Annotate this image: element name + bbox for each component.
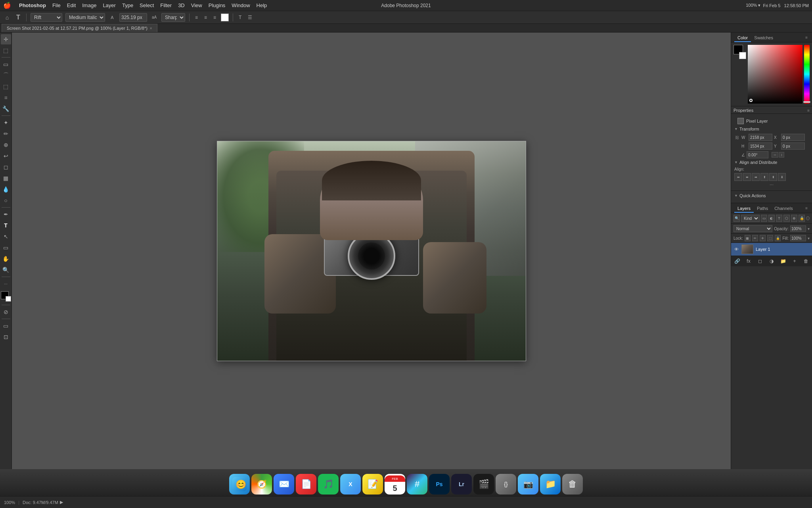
history-brush-tool[interactable]: ↩	[1, 151, 11, 161]
new-group-btn[interactable]: 📁	[779, 258, 787, 265]
dock-slack[interactable]: #	[407, 474, 427, 495]
dock-finder[interactable]: 😊	[229, 474, 250, 495]
tab-close-btn[interactable]: ×	[150, 26, 152, 31]
color-panel-collapse[interactable]: ≡	[804, 34, 809, 42]
align-left-btn[interactable]: ≡	[193, 14, 199, 21]
menu-select[interactable]: Select	[136, 2, 157, 9]
canvas-image[interactable]: FUJIFILM	[217, 141, 526, 361]
menu-help[interactable]: Help	[253, 2, 270, 9]
zoom-tool[interactable]: 🔍	[1, 265, 11, 275]
opacity-dropdown[interactable]: ▾	[808, 227, 810, 231]
properties-expand[interactable]: ≡	[807, 108, 810, 113]
fill-input[interactable]	[790, 235, 806, 241]
lock-brush-btn[interactable]: ✏	[752, 235, 758, 241]
align-bottom-btn[interactable]: ⬇	[778, 173, 786, 181]
align-top-btn[interactable]: ⬆	[760, 173, 768, 181]
artboard-tool[interactable]: ⬚	[1, 45, 11, 56]
align-vcenter-btn[interactable]: ⬍	[769, 173, 777, 181]
chain-icon[interactable]: ⛓	[734, 135, 740, 140]
dodge-tool[interactable]: ○	[1, 195, 11, 206]
transform-section-header[interactable]: ▼ Transform	[734, 127, 809, 131]
fill-dropdown[interactable]: ▾	[808, 236, 810, 241]
angle-input[interactable]	[747, 151, 768, 158]
width-input[interactable]	[749, 134, 772, 141]
text-tool[interactable]: T	[1, 220, 11, 231]
quick-actions-header[interactable]: ▼ Quick Actions	[734, 193, 809, 198]
anti-alias-select[interactable]: Sharp	[161, 13, 185, 22]
add-mask-btn[interactable]: ◻	[756, 258, 764, 265]
object-select-tool[interactable]: ⬚	[1, 81, 11, 92]
dock-mail[interactable]: ✉️	[274, 474, 294, 495]
dock-pdf-expert[interactable]: 📄	[296, 474, 316, 495]
align-right-btn[interactable]: ➡	[752, 173, 760, 181]
screen-mode-btn[interactable]: ▭	[1, 321, 11, 331]
tab-channels[interactable]: Channels	[771, 205, 796, 213]
lock-pixels-btn[interactable]: ▦	[745, 235, 751, 241]
menu-view[interactable]: View	[188, 2, 205, 9]
filter-select[interactable]: Kind	[741, 215, 760, 222]
gradient-tool[interactable]: ▦	[1, 173, 11, 183]
dock-calendar[interactable]: FEB 5	[385, 474, 405, 495]
opacity-input[interactable]	[790, 225, 806, 232]
eraser-tool[interactable]: ◻	[1, 162, 11, 172]
dock-screenium[interactable]: 📷	[518, 474, 538, 495]
color-swatches[interactable]	[1, 291, 11, 302]
lock-pos-btn[interactable]: ✛	[760, 235, 766, 241]
align-left-btn[interactable]: ⬅	[734, 173, 742, 181]
dock-photoshop[interactable]: Ps	[429, 474, 450, 495]
home-icon[interactable]: ⌂	[3, 13, 11, 21]
menu-plugins[interactable]: Plugins	[205, 2, 229, 9]
background-color[interactable]	[6, 296, 11, 302]
x-input[interactable]	[781, 134, 805, 141]
brush-tool[interactable]: ✏	[1, 129, 11, 139]
background-swatch[interactable]	[739, 52, 746, 59]
pen-tool[interactable]: ✒	[1, 209, 11, 219]
crop-tool[interactable]: ⌗	[1, 92, 11, 103]
path-select-tool[interactable]: ↖	[1, 231, 11, 242]
font-size-input[interactable]	[119, 13, 147, 22]
text-tool-icon[interactable]: T	[14, 13, 22, 21]
fg-bg-swatches[interactable]	[733, 45, 746, 59]
filter-lock-btn[interactable]: 🔒	[799, 215, 805, 222]
menu-image[interactable]: Image	[79, 2, 100, 9]
menu-window[interactable]: Window	[228, 2, 253, 9]
dock-spotify[interactable]: 🎵	[318, 474, 339, 495]
filter-shape-btn[interactable]: ⬡	[783, 215, 790, 222]
menu-edit[interactable]: Edit	[64, 2, 79, 9]
lock-artboard-btn[interactable]: ⬚	[767, 235, 773, 241]
filter-type-btn[interactable]: T	[776, 215, 782, 222]
font-family-select[interactable]: Rift	[31, 13, 62, 22]
color-gradient-picker[interactable]	[748, 45, 810, 104]
align-section-header[interactable]: ▼ Align and Distribute	[734, 160, 809, 165]
align-center-btn[interactable]: ≡	[203, 14, 209, 21]
mask-mode-btn[interactable]: ⊘	[1, 307, 11, 317]
blend-mode-select[interactable]: Normal	[733, 225, 772, 232]
dock-script-editor[interactable]: {}	[496, 474, 516, 495]
dock-trash[interactable]: 🗑	[562, 474, 583, 495]
hue-bar[interactable]	[804, 45, 810, 104]
y-input[interactable]	[781, 142, 805, 150]
align-right-btn[interactable]: ≡	[212, 14, 218, 21]
flip-v-btn[interactable]: ↕	[779, 152, 784, 158]
stamp-tool[interactable]: ⊕	[1, 140, 11, 150]
marquee-tool[interactable]: ▭	[1, 59, 11, 69]
new-layer-btn[interactable]: +	[791, 258, 798, 265]
filter-pixel-btn[interactable]: ▭	[761, 215, 767, 222]
dock-safari[interactable]: 🧭	[251, 474, 272, 495]
dock-lightroom[interactable]: Lr	[451, 474, 472, 495]
flip-h-btn[interactable]: ↔	[772, 152, 778, 158]
layers-panel-expand[interactable]: ≡	[804, 205, 809, 213]
healing-brush-tool[interactable]: ✦	[1, 117, 11, 128]
text-color-swatch[interactable]	[221, 13, 229, 21]
eyedropper-tool[interactable]: 🔧	[1, 104, 11, 114]
lasso-tool[interactable]: ⌒	[1, 70, 11, 81]
menu-3d[interactable]: 3D	[175, 2, 188, 9]
menu-file[interactable]: File	[49, 2, 64, 9]
apple-menu[interactable]: 🍎	[3, 2, 11, 9]
hand-tool[interactable]: ✋	[1, 254, 11, 264]
filter-toggle[interactable]	[806, 216, 810, 220]
menu-filter[interactable]: Filter	[157, 2, 175, 9]
filter-adj-btn[interactable]: ◐	[768, 215, 775, 222]
link-layers-btn[interactable]: 🔗	[733, 258, 741, 265]
delete-layer-btn[interactable]: 🗑	[802, 258, 810, 265]
